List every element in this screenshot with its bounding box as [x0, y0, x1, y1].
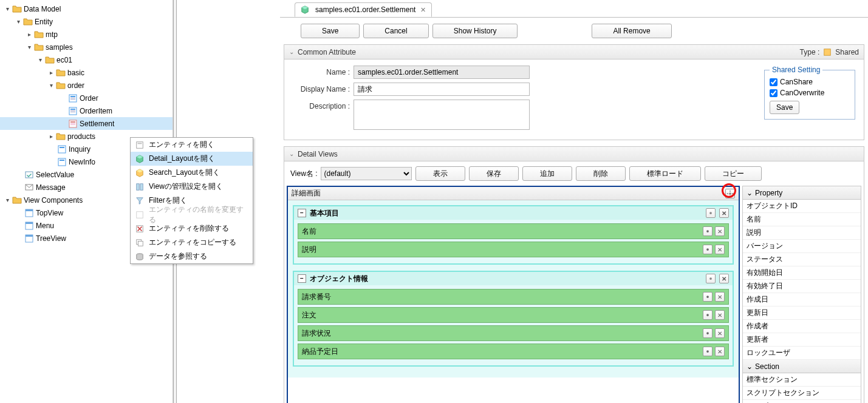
collapse-icon[interactable]: − [298, 274, 306, 283]
close-icon[interactable]: ✕ [715, 310, 725, 320]
property-list-item[interactable]: 有効開始日 [743, 266, 861, 280]
gear-icon[interactable] [703, 310, 713, 320]
collapse-icon[interactable]: − [298, 209, 306, 217]
property-list[interactable]: オブジェクトID名前説明バージョンステータス有効開始日有効終了日作成日更新日作成… [743, 200, 861, 360]
save-button[interactable]: Save [301, 24, 360, 38]
gear-icon[interactable] [725, 189, 735, 198]
type-label: Type : [800, 48, 820, 56]
canshare-checkbox[interactable] [770, 78, 777, 86]
cm-open-search-layout[interactable]: Search_Layoutを開く [131, 166, 253, 180]
delete-button[interactable]: 削除 [576, 166, 626, 181]
tree-node-entity[interactable]: ▾ Entity [0, 15, 173, 28]
close-icon[interactable]: ✕ [719, 274, 729, 283]
section-list-item[interactable]: スクリプトセクション [743, 387, 861, 400]
chevron-down-icon[interactable]: ⌄ [747, 189, 753, 197]
property-list-item[interactable]: ロックユーザ [743, 347, 861, 360]
property-row[interactable]: 注文✕ [298, 307, 729, 323]
show-history-button[interactable]: Show History [432, 24, 518, 38]
close-icon[interactable]: ✕ [715, 328, 725, 338]
property-list-item[interactable]: ステータス [743, 253, 861, 266]
gear-icon[interactable] [706, 274, 716, 283]
gear-icon[interactable] [703, 292, 713, 302]
gear-icon[interactable] [703, 347, 713, 356]
collapse-icon[interactable]: ▾ [46, 81, 56, 90]
property-row[interactable]: 請求番号✕ [298, 289, 729, 305]
add-button[interactable]: 追加 [522, 166, 572, 181]
cm-view-data[interactable]: データを参照する [131, 249, 253, 263]
chevron-down-icon[interactable]: ⌄ [289, 49, 294, 55]
tree-node-Order[interactable]: Order [0, 92, 173, 104]
view-icon [24, 221, 34, 231]
std-load-button[interactable]: 標準ロード [629, 166, 701, 181]
property-list-item[interactable]: 作成者 [743, 320, 861, 333]
shared-save-button[interactable]: Save [770, 101, 799, 114]
close-icon[interactable]: ✕ [419, 6, 426, 13]
cm-open-detail-layout[interactable]: Detail_Layoutを開く [131, 152, 253, 166]
show-button[interactable]: 表示 [415, 166, 465, 181]
tree-node-samples[interactable]: ▾ samples [0, 41, 173, 53]
property-row[interactable]: 名前✕ [298, 223, 729, 239]
tree-node-Settlement[interactable]: Settlement [0, 117, 173, 130]
tree-node-mtp[interactable]: ▸ mtp [0, 28, 173, 41]
tree-node-OrderItem[interactable]: OrderItem [0, 104, 173, 117]
close-icon[interactable]: ✕ [715, 292, 725, 302]
property-list-item[interactable]: オブジェクトID [743, 200, 861, 213]
cm-open-view-settings[interactable]: Viewの管理設定を開く [131, 180, 253, 194]
gear-icon[interactable] [703, 328, 713, 338]
cm-open-entity[interactable]: エンティティを開く [131, 138, 253, 152]
gear-icon[interactable] [703, 226, 713, 236]
property-list-item[interactable]: バージョン [743, 240, 861, 253]
chevron-down-icon[interactable]: ⌄ [289, 151, 294, 157]
viewname-select[interactable]: (default) [321, 167, 412, 180]
property-list-item[interactable]: 更新日 [743, 306, 861, 320]
section-list-item[interactable]: テンプレートセクション [743, 400, 861, 403]
property-list-item[interactable]: 作成日 [743, 293, 861, 306]
description-textarea[interactable] [354, 100, 530, 130]
panel-header[interactable]: ⌄ Common Attribute Type : Shared [284, 45, 864, 59]
close-icon[interactable]: ✕ [719, 208, 729, 218]
collapse-icon[interactable]: ▾ [2, 4, 12, 14]
canshare-label[interactable]: CanShare [770, 78, 850, 86]
tab-settlement[interactable]: samples.ec01.order.Settlement ✕ [295, 2, 432, 17]
section-list[interactable]: 標準セクションスクリプトセクションテンプレートセクション [743, 373, 861, 403]
property-list-item[interactable]: 更新者 [743, 333, 861, 347]
collapse-icon[interactable]: ▾ [13, 17, 23, 27]
svg-rect-16 [26, 172, 33, 178]
copy-button[interactable]: コピー [705, 166, 762, 181]
canoverwrite-label[interactable]: CanOverwrite [770, 89, 850, 97]
property-list-item[interactable]: 有効終了日 [743, 280, 861, 293]
tree-node-order[interactable]: ▾ order [0, 79, 173, 92]
cm-copy-entity[interactable]: エンティティをコピーする [131, 235, 253, 249]
panel-header[interactable]: ⌄ Detail Views [284, 147, 864, 161]
collapse-icon[interactable]: ▾ [24, 42, 34, 52]
property-row[interactable]: 納品予定日✕ [298, 344, 729, 359]
property-header[interactable]: ⌄Property [743, 186, 861, 200]
collapse-icon[interactable]: ▾ [35, 55, 45, 65]
section-header[interactable]: ⌄Section [743, 360, 861, 373]
section-list-item[interactable]: 標準セクション [743, 373, 861, 387]
expand-icon[interactable]: ▸ [46, 68, 56, 78]
property-row[interactable]: 請求状況✕ [298, 325, 729, 341]
property-row[interactable]: 説明✕ [298, 242, 729, 257]
svg-point-42 [709, 277, 712, 280]
tree-node-basic[interactable]: ▸ basic [0, 66, 173, 79]
display-name-input[interactable] [354, 83, 530, 96]
close-icon[interactable]: ✕ [715, 347, 725, 356]
canoverwrite-checkbox[interactable] [770, 89, 777, 97]
expand-icon[interactable]: ▸ [46, 132, 56, 141]
tree-node-ec01[interactable]: ▾ ec01 [0, 53, 173, 66]
save-view-button[interactable]: 保存 [469, 166, 519, 181]
gear-icon[interactable] [703, 245, 713, 254]
collapse-icon[interactable]: ▾ [2, 195, 12, 205]
section-title: オブジェクト情報 [310, 274, 368, 284]
tree-node-datamodel[interactable]: ▾ Data Model [0, 2, 173, 15]
all-remove-button[interactable]: All Remove [592, 24, 671, 38]
gear-icon[interactable] [706, 208, 716, 218]
cancel-button[interactable]: Cancel [363, 24, 428, 38]
property-list-item[interactable]: 説明 [743, 226, 861, 240]
chevron-down-icon[interactable]: ⌄ [747, 362, 753, 371]
expand-icon[interactable]: ▸ [24, 30, 34, 39]
close-icon[interactable]: ✕ [715, 245, 725, 254]
property-list-item[interactable]: 名前 [743, 213, 861, 226]
close-icon[interactable]: ✕ [715, 226, 725, 236]
